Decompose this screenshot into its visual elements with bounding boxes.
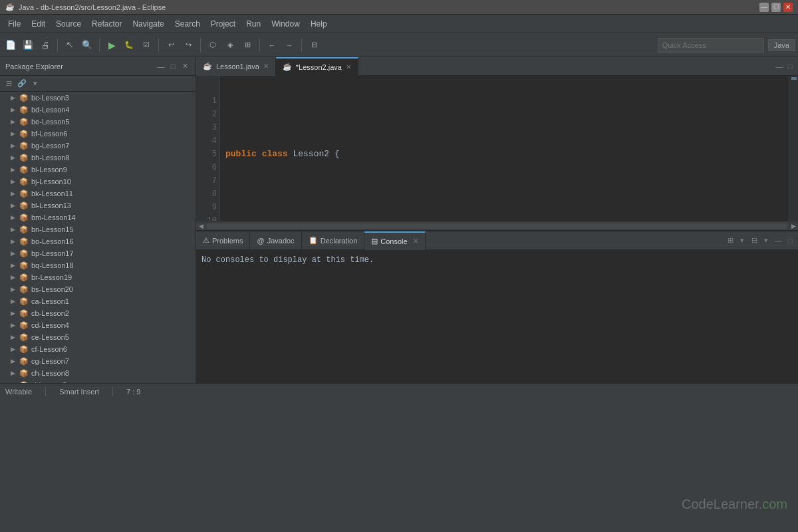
line-num: 8 [199,188,217,201]
toolbar-btn-4[interactable]: ⛏ [62,37,78,53]
menu-refactor[interactable]: Refactor [86,17,127,31]
tree-item-bf[interactable]: ▶ 📦 bf-Lesson6 [0,128,196,140]
toolbar-btn-9[interactable]: ↪ [180,37,196,53]
toolbar-btn-11[interactable]: ◈ [222,37,238,53]
package-icon: 📦 [19,104,29,115]
tree-item-cb[interactable]: ▶ 📦 cb-Lesson2 [0,307,196,319]
tree-item-ci[interactable]: ▶ 📦 ci-Lesson9 [0,379,196,383]
bottom-panel-minimize[interactable]: — [773,235,783,246]
tree-item-bj[interactable]: ▶ 📦 bj-Lesson10 [0,176,196,188]
sidebar-toolbar: ⊟ 🔗 ▾ [0,76,196,92]
maximize-button[interactable]: ☐ [771,3,781,12]
code-lines[interactable]: public class Lesson2 { public static voi… [220,76,558,221]
tree-item-bl[interactable]: ▶ 📦 bl-Lesson13 [0,200,196,211]
tree-item-be[interactable]: ▶ 📦 be-Lesson5 [0,116,196,128]
tab-close-console[interactable]: ✕ [413,237,418,245]
status-sep-1 [45,387,46,396]
link-editor-button[interactable]: 🔗 [16,78,28,90]
line-num [199,81,217,94]
package-explorer-title: Package Explorer [5,63,156,70]
toolbar-btn-2[interactable]: 💾 [20,37,36,53]
menu-run[interactable]: Run [241,17,266,31]
tree-item-ca[interactable]: ▶ 📦 ca-Lesson1 [0,295,196,307]
tab-lesson1[interactable]: ☕ Lesson1.java ✕ [196,57,276,76]
debug-button[interactable]: 🐛 [121,37,137,53]
tree-item-bd[interactable]: ▶ 📦 bd-Lesson4 [0,104,196,116]
collapse-all-button[interactable]: ⊟ [3,78,15,90]
tab-lesson2[interactable]: ☕ *Lesson2.java ✕ [276,57,358,76]
tree-item-bk[interactable]: ▶ 📦 bk-Lesson11 [0,188,196,200]
tree-item-bm[interactable]: ▶ 📦 bm-Lesson14 [0,211,196,223]
tree-item-bp[interactable]: ▶ 📦 bp-Lesson17 [0,247,196,259]
close-button[interactable]: ✕ [783,3,793,12]
tree-item-bi[interactable]: ▶ 📦 bi-Lesson9 [0,164,196,176]
tree-item-cf[interactable]: ▶ 📦 cf-Lesson6 [0,343,196,355]
hscroll-track[interactable] [207,223,787,229]
tab-close-lesson1[interactable]: ✕ [263,63,269,70]
tree-item-bn[interactable]: ▶ 📦 bn-Lesson15 [0,223,196,235]
tab-declaration[interactable]: 📋 Declaration [302,231,365,250]
minimize-button[interactable]: — [759,3,769,12]
toolbar-btn-10[interactable]: ⬡ [205,37,221,53]
toolbar-btn-3[interactable]: 🖨 [37,37,53,53]
quick-access-input[interactable] [658,38,764,53]
editor-area: ☕ Lesson1.java ✕ ☕ *Lesson2.java ✕ — □ [196,57,798,230]
hscroll-left-btn[interactable]: ◀ [196,221,205,231]
tree-item-ce[interactable]: ▶ 📦 ce-Lesson5 [0,331,196,343]
run-button[interactable]: ▶ [104,37,120,53]
tree-item-br[interactable]: ▶ 📦 br-Lesson19 [0,271,196,283]
tree-item-bq[interactable]: ▶ 📦 bq-Lesson18 [0,259,196,271]
tree-container[interactable]: ▶ 📦 bc-Lesson3 ▶ 📦 bd-Lesson4 ▶ 📦 be-Les… [0,92,196,383]
panel-close-button[interactable]: ✕ [180,61,190,72]
back-button[interactable]: ← [264,37,280,53]
sidebar-menu-button[interactable]: ▾ [29,78,41,90]
hscroll-right-btn[interactable]: ▶ [789,221,798,231]
menu-navigate[interactable]: Navigate [127,17,169,31]
tree-item-bo[interactable]: ▶ 📦 bo-Lesson16 [0,235,196,247]
toolbar-btn-5[interactable]: 🔍 [79,37,95,53]
toolbar-btn-12[interactable]: ⊞ [239,37,255,53]
menu-search[interactable]: Search [170,17,205,31]
panel-maximize-button[interactable]: □ [168,61,178,72]
panel-minimize-button[interactable]: — [156,61,166,72]
editor-hscroll[interactable]: ◀ ▶ [196,221,798,230]
tree-item-cg[interactable]: ▶ 📦 cg-Lesson7 [0,355,196,367]
line-num: 10 [199,214,217,221]
tree-item-bg[interactable]: ▶ 📦 bg-Lesson7 [0,140,196,152]
tab-maximize-button[interactable]: □ [785,61,795,72]
tree-item-bh[interactable]: ▶ 📦 bh-Lesson8 [0,152,196,164]
menu-source[interactable]: Source [51,17,86,31]
tree-item-ch[interactable]: ▶ 📦 ch-Lesson8 [0,367,196,379]
new-file-button[interactable]: 📄 [3,37,19,53]
bottom-panel-btn-4[interactable]: ▾ [761,235,771,246]
perspective-java-button[interactable]: Java [768,39,795,51]
menu-project[interactable]: Project [205,17,241,31]
menu-help[interactable]: Help [305,17,332,31]
tab-javadoc[interactable]: @ Javadoc [250,231,301,250]
tree-label: cg-Lesson7 [31,357,69,365]
tab-close-lesson2[interactable]: ✕ [346,63,351,70]
tree-item-bc[interactable]: ▶ 📦 bc-Lesson3 [0,92,196,104]
code-editor[interactable]: 1 ⊖2 3 4 5 6 7 8 9 10 11 [196,76,789,221]
tree-item-bs[interactable]: ▶ 📦 bs-Lesson20 [0,283,196,295]
bottom-panel-btn-2[interactable]: ▾ [737,235,747,246]
tree-label: bq-Lesson18 [31,261,74,269]
watermark: CodeLearner.com [682,497,787,512]
tab-minimize-button[interactable]: — [774,61,785,72]
line-num: 5 [199,148,217,161]
bottom-panel-btn-1[interactable]: ⊞ [725,235,735,246]
menu-edit[interactable]: Edit [26,17,51,31]
tab-console[interactable]: ▤ Console ✕ [364,231,425,250]
toolbar-btn-15[interactable]: ⊟ [306,37,322,53]
status-writable: Writable [5,388,32,396]
menu-file[interactable]: File [3,17,26,31]
bottom-panel-btn-3[interactable]: ⊟ [749,235,759,246]
coverage-button[interactable]: ☑ [138,37,154,53]
bottom-tabs: ⚠ Problems @ Javadoc 📋 Declaration ▤ Con… [196,231,798,250]
tree-item-cd[interactable]: ▶ 📦 cd-Lesson4 [0,319,196,331]
forward-button[interactable]: → [281,37,297,53]
toolbar-btn-8[interactable]: ↩ [163,37,179,53]
menu-window[interactable]: Window [266,17,305,31]
tab-problems[interactable]: ⚠ Problems [196,231,250,250]
bottom-panel-maximize[interactable]: □ [785,235,795,246]
